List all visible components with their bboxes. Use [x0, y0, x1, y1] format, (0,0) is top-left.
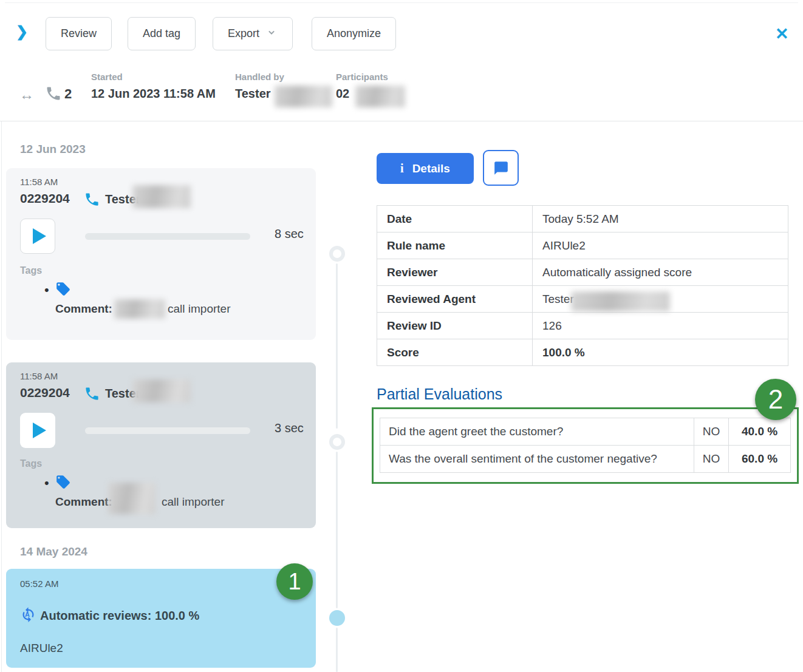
phone-icon: [84, 191, 100, 208]
table-row: Review ID 126: [377, 313, 788, 339]
details-button[interactable]: i Details: [377, 153, 474, 184]
call-time: 11:58 AM: [20, 371, 58, 381]
redacted-agent-name: [571, 291, 670, 311]
participants-label: Participants: [336, 72, 388, 82]
timeline-marker-active[interactable]: [329, 610, 345, 626]
panel-left-border: [1, 121, 2, 672]
export-button-label: Export: [228, 27, 259, 40]
annotation-number: 2: [768, 384, 783, 415]
evaluation-score: 60.0 %: [729, 446, 791, 473]
timeline-marker[interactable]: [329, 246, 345, 262]
table-row: Rule name AIRUle2: [377, 232, 788, 259]
anonymize-button[interactable]: Anonymize: [312, 17, 396, 50]
tags-label: Tags: [20, 265, 42, 276]
row-label: Score: [377, 339, 533, 366]
redacted-agent-name: [132, 379, 191, 402]
table-row: Was the overall sentiment of the custome…: [380, 446, 791, 473]
partial-evaluations-table: Did the agent greet the customer? NO 40.…: [380, 418, 791, 473]
partial-evaluations-title: Partial Evaluations: [377, 385, 502, 403]
review-time: 05:52 AM: [20, 579, 58, 589]
audio-progress-bar[interactable]: [85, 427, 250, 434]
table-row: Reviewer Automatically assigned score: [377, 259, 788, 286]
comment-text: call importer: [168, 302, 230, 316]
handled-by-label: Handled by: [235, 72, 284, 82]
bullet: •: [44, 475, 49, 491]
evaluation-score: 40.0 %: [729, 418, 791, 446]
timeline-line: [336, 263, 338, 429]
row-label: Date: [377, 206, 533, 232]
toolbar: ❯ Review Add tag Export Anonymize ✕ ↔ 2 …: [0, 0, 803, 121]
chat-bubble-icon: [493, 160, 509, 176]
export-button[interactable]: Export: [213, 17, 293, 50]
direction-arrow-icon: ↔: [19, 86, 34, 103]
evaluation-question: Did the agent greet the customer?: [380, 418, 694, 446]
row-label: Reviewed Agent: [377, 286, 533, 313]
call-card-1[interactable]: 11:58 AM 0229204 Tester 8 sec Tags • Com…: [6, 168, 316, 340]
evaluation-answer: NO: [694, 446, 729, 473]
annotation-badge-2: 2: [755, 379, 796, 420]
redacted-participant: [355, 86, 405, 107]
auto-icon-letter: A: [25, 611, 30, 618]
call-time: 11:58 AM: [20, 177, 58, 187]
started-label: Started: [91, 72, 123, 82]
row-value: AIRUle2: [533, 232, 788, 259]
auto-review-rule: AIRUle2: [20, 642, 63, 655]
chevron-down-icon: [265, 26, 278, 41]
auto-review-title: Automatic reviews: 100.0 %: [40, 609, 199, 623]
play-icon: [33, 423, 46, 438]
evaluation-answer: NO: [694, 418, 729, 446]
participants-value: 02: [336, 87, 349, 101]
annotation-badge-1: 1: [276, 563, 313, 600]
redacted-agent-name: [275, 86, 332, 107]
tag-icon: [55, 281, 71, 297]
table-row: Date Today 5:52 AM: [377, 206, 788, 232]
audio-progress-bar[interactable]: [85, 233, 250, 240]
top-divider: [5, 2, 798, 3]
play-button[interactable]: [20, 219, 55, 254]
play-button[interactable]: [20, 413, 55, 448]
bullet: •: [44, 282, 49, 298]
call-count: 2: [64, 86, 72, 102]
timeline-line: [336, 628, 338, 672]
redacted-comment: [108, 483, 155, 514]
comment-text: call importer: [162, 495, 224, 509]
row-value: Today 5:52 AM: [533, 206, 788, 232]
comment-label: Comment:: [55, 302, 112, 316]
row-label: Reviewer: [377, 259, 533, 286]
review-details-table: Date Today 5:52 AM Rule name AIRUle2 Rev…: [377, 205, 788, 366]
partial-evaluations-highlight-box: Did the agent greet the customer? NO 40.…: [372, 407, 799, 484]
call-id: 0229204: [20, 191, 70, 206]
started-value: 12 Jun 2023 11:58 AM: [91, 87, 216, 101]
review-button[interactable]: Review: [46, 17, 112, 50]
annotation-number: 1: [288, 569, 301, 595]
timeline-marker[interactable]: [329, 434, 345, 450]
auto-review-card[interactable]: 05:52 AM A Automatic reviews: 100.0 % AI…: [6, 569, 316, 668]
add-tag-button[interactable]: Add tag: [128, 17, 196, 50]
call-duration: 3 sec: [275, 421, 304, 435]
tags-label: Tags: [20, 458, 42, 469]
details-button-label: Details: [412, 162, 450, 175]
phone-icon: [84, 385, 100, 402]
call-duration: 8 sec: [275, 227, 304, 241]
row-label: Review ID: [377, 313, 533, 339]
table-row: Score 100.0 %: [377, 339, 788, 366]
handled-by-value: Tester: [235, 87, 271, 101]
date-group-header: 12 Jun 2023: [20, 143, 86, 156]
row-value: 100.0 %: [533, 339, 788, 366]
redacted-agent-name: [132, 185, 191, 208]
call-card-2[interactable]: 11:58 AM 0229204 Tester 3 sec Tags • Com…: [6, 362, 316, 528]
automatic-review-icon: A: [20, 606, 36, 623]
evaluation-question: Was the overall sentiment of the custome…: [380, 446, 694, 473]
comment-label: Comment:: [55, 495, 112, 509]
row-label: Rule name: [377, 232, 533, 259]
expand-panel-icon[interactable]: ❯: [16, 23, 28, 40]
call-id: 0229204: [20, 385, 70, 400]
close-icon[interactable]: ✕: [775, 24, 789, 44]
play-icon: [33, 228, 46, 244]
call-review-panel: ❯ Review Add tag Export Anonymize ✕ ↔ 2 …: [0, 0, 803, 672]
comment-button[interactable]: [483, 150, 519, 186]
phone-icon: [45, 85, 62, 102]
redacted-comment: [114, 299, 165, 319]
row-value: 126: [533, 313, 788, 339]
row-value: Automatically assigned score: [533, 259, 788, 286]
